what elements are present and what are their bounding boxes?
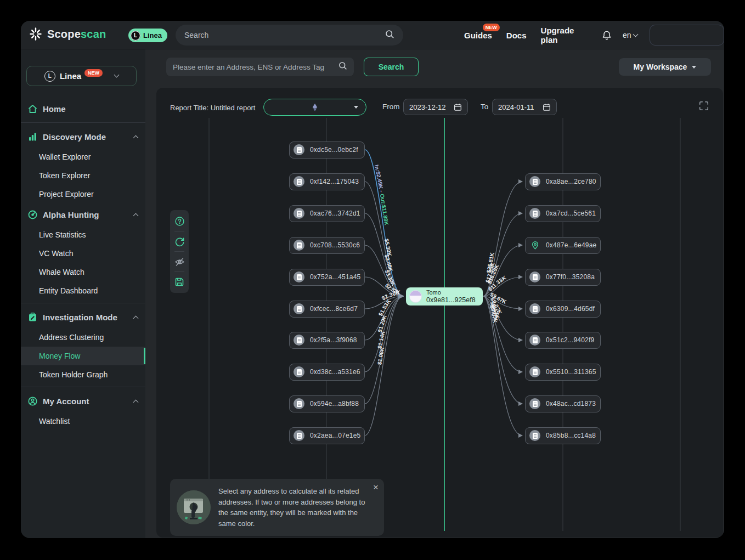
document-icon: [294, 176, 304, 187]
hide-button[interactable]: [170, 253, 189, 270]
chevron-up-icon: [133, 315, 139, 321]
help-button[interactable]: [170, 213, 189, 229]
caret-down-icon: [354, 106, 358, 109]
location-pin-icon: [529, 240, 540, 251]
address-node[interactable]: 0x85b8...cc14a8: [525, 427, 601, 444]
refresh-icon: [174, 236, 185, 247]
address-node[interactable]: 0x51c2...9402f9: [525, 332, 601, 349]
language-selector[interactable]: en: [623, 31, 638, 39]
address-node[interactable]: 0x5510...311365: [525, 364, 601, 381]
document-icon: [529, 430, 540, 441]
fullscreen-icon[interactable]: [698, 100, 710, 112]
graph-nodes-layer: 0xdc5e...0ebc2f0xf142...1750430xac76...3…: [156, 88, 723, 538]
calendar-icon: [454, 103, 462, 111]
linea-network-icon: L: [44, 71, 55, 82]
user-icon: [27, 396, 38, 406]
question-circle-icon: [174, 216, 185, 227]
address-node[interactable]: 0x2f5a...3f9068: [289, 332, 365, 349]
address-node[interactable]: 0x594e...a8bf88: [289, 395, 365, 412]
address-node[interactable]: 0xf142...175043: [289, 173, 365, 190]
document-icon: [529, 335, 540, 346]
address-node[interactable]: 0xa7cd...5ce561: [525, 205, 601, 222]
chevron-down-icon: [114, 72, 120, 78]
sidebar-item-vc-watch[interactable]: VC Watch: [21, 244, 145, 263]
divider: [21, 387, 145, 387]
sidebar-item-whale-watch[interactable]: Whale Watch: [21, 263, 145, 281]
from-date-picker[interactable]: 2023-12-12: [403, 99, 468, 115]
sidebar-menu: Home Discovery Mode Wallet Explorer Toke…: [21, 98, 145, 431]
sidebar-item-money-flow[interactable]: Money Flow: [21, 347, 145, 365]
my-workspace-button[interactable]: My Workspace: [619, 58, 711, 76]
center-entity-node[interactable]: Tomo0x9e81...925ef8: [406, 287, 483, 306]
address-node[interactable]: 0xc708...5530c6: [289, 237, 365, 254]
brand-name: Scopescan: [47, 28, 106, 41]
chevron-down-icon: [633, 32, 639, 37]
address-node[interactable]: 0xac76...3742d1: [289, 205, 365, 222]
document-icon: [294, 303, 304, 314]
sidebar-item-entity-dashboard[interactable]: Entity Dashboard: [21, 281, 145, 300]
address-label: 0x48ac...cd1873: [546, 400, 596, 408]
sidebar-section-my-account[interactable]: My Account: [21, 390, 145, 412]
document-icon: [294, 271, 304, 282]
address-label: 0xc708...5530c6: [310, 241, 360, 249]
sidebar: L Linea NEW Home Dis: [21, 49, 145, 538]
save-button[interactable]: [170, 274, 189, 290]
global-search-input[interactable]: Search: [176, 25, 403, 46]
home-icon: [27, 104, 38, 114]
address-node[interactable]: 0x77f0...35208a: [525, 269, 601, 286]
report-title: Report Title: Untitled report: [170, 104, 255, 112]
clipboard-icon: [27, 312, 38, 323]
network-badge[interactable]: L Linea: [128, 29, 167, 42]
info-tooltip-card: Select any address to calculate all its …: [170, 479, 384, 536]
sidebar-item-watchlist[interactable]: Watchlist: [21, 412, 145, 431]
address-label: 0x752a...451a45: [310, 273, 360, 281]
address-node[interactable]: 0x2aea...07e1e5: [289, 427, 365, 444]
nav-docs[interactable]: Docs: [506, 31, 527, 40]
address-label: 0x2f5a...3f9068: [310, 336, 357, 344]
sidebar-section-investigation-mode[interactable]: Investigation Mode: [21, 306, 145, 328]
nav-upgrade-plan[interactable]: Upgrade plan: [541, 26, 588, 44]
document-icon: [294, 144, 304, 155]
refresh-button[interactable]: [170, 233, 189, 250]
sidebar-section-alpha-hunting[interactable]: Alpha Hunting: [21, 203, 145, 225]
sidebar-section-discovery-mode[interactable]: Discovery Mode: [21, 126, 145, 148]
eye-off-icon: [174, 257, 185, 267]
address-node[interactable]: 0xdc5e...0ebc2f: [289, 142, 365, 159]
brand-logo[interactable]: Scopescan: [29, 27, 106, 41]
divider: [174, 271, 184, 272]
sidebar-item-project-explorer[interactable]: Project Explorer: [21, 185, 145, 203]
caret-down-icon: [692, 66, 696, 69]
tooltip-illustration: [177, 490, 211, 524]
network-selector-button[interactable]: L Linea NEW: [26, 66, 137, 86]
token-selector-dropdown[interactable]: [263, 99, 366, 116]
address-node[interactable]: 0xa8ae...2ce780: [525, 173, 601, 190]
address-search-input[interactable]: Please enter an Address, ENS or Address …: [166, 58, 354, 76]
address-label: 0x85b8...cc14a8: [546, 432, 596, 439]
sidebar-item-home[interactable]: Home: [21, 98, 145, 120]
header-action-box[interactable]: [650, 25, 724, 46]
address-node[interactable]: 0x487e...6e49ae: [525, 237, 601, 254]
notifications-bell-icon[interactable]: [602, 30, 612, 41]
chevron-up-icon: [133, 213, 139, 218]
money-flow-canvas: In:$2.49K - Out:$11.88K$5.30K$3.48K$3.30…: [156, 88, 723, 538]
address-label: 0xa8ae...2ce780: [546, 178, 596, 185]
divider: [174, 251, 184, 252]
document-icon: [529, 271, 540, 282]
address-label: 0xf142...175043: [310, 178, 359, 185]
sidebar-item-live-statistics[interactable]: Live Statistics: [21, 225, 145, 244]
address-node[interactable]: 0x752a...451a45: [289, 269, 365, 286]
to-date-picker[interactable]: 2024-01-11: [492, 99, 557, 115]
address-node[interactable]: 0x6309...4d65df: [525, 301, 601, 318]
address-node[interactable]: 0xfcec...8ce6d7: [289, 301, 365, 318]
divider: [21, 303, 145, 303]
address-node[interactable]: 0xd38c...a531e6: [289, 364, 365, 381]
document-icon: [529, 176, 540, 187]
sidebar-item-wallet-explorer[interactable]: Wallet Explorer: [21, 148, 145, 166]
sidebar-item-address-clustering[interactable]: Address Clustering: [21, 328, 145, 347]
sidebar-item-token-holder-graph[interactable]: Token Holder Graph: [21, 365, 145, 384]
address-node[interactable]: 0x48ac...cd1873: [525, 395, 601, 412]
search-button[interactable]: Search: [364, 58, 419, 76]
sidebar-item-token-explorer[interactable]: Token Explorer: [21, 166, 145, 185]
nav-guides[interactable]: Guides NEW: [464, 31, 492, 40]
close-icon[interactable]: ×: [373, 482, 379, 493]
